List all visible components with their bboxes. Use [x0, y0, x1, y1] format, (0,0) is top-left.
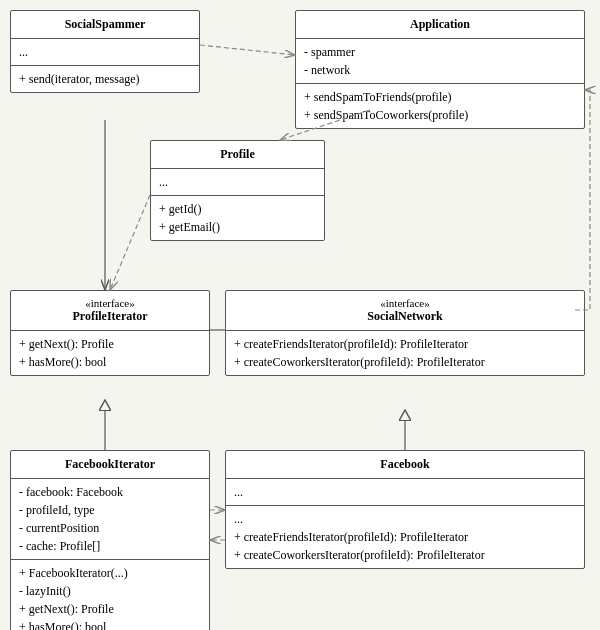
social-network-header: «interface» SocialNetwork	[226, 291, 584, 331]
facebook-name: Facebook	[380, 457, 429, 471]
application-method-2: + sendSpamToCoworkers(profile)	[304, 106, 576, 124]
facebook-iterator-methods: + FacebookIterator(...) - lazyInit() + g…	[11, 560, 209, 630]
profile-method-1: + getId()	[159, 200, 316, 218]
profile-header: Profile	[151, 141, 324, 169]
profile-iterator-methods: + getNext(): Profile + hasMore(): bool	[11, 331, 209, 375]
social-network-methods: + createFriendsIterator(profileId): Prof…	[226, 331, 584, 375]
application-fields: - spammer - network	[296, 39, 584, 84]
social-network-method-2: + createCoworkersIterator(profileId): Pr…	[234, 353, 576, 371]
facebook-iterator-method-2: - lazyInit()	[19, 582, 201, 600]
social-spammer-field-1: ...	[19, 43, 191, 61]
social-spammer-header: SocialSpammer	[11, 11, 199, 39]
facebook-class: Facebook ... ... + createFriendsIterator…	[225, 450, 585, 569]
facebook-method-1: + createFriendsIterator(profileId): Prof…	[234, 528, 576, 546]
profile-fields: ...	[151, 169, 324, 196]
facebook-method-0: ...	[234, 510, 576, 528]
profile-methods: + getId() + getEmail()	[151, 196, 324, 240]
facebook-iterator-name: FacebookIterator	[65, 457, 155, 471]
profile-iterator-stereotype: «interface»	[19, 297, 201, 309]
profile-iterator-header: «interface» ProfileIterator	[11, 291, 209, 331]
facebook-header: Facebook	[226, 451, 584, 479]
facebook-iterator-method-4: + hasMore(): bool	[19, 618, 201, 630]
social-spammer-name: SocialSpammer	[65, 17, 146, 31]
uml-diagram: SocialSpammer ... + send(iterator, messa…	[0, 0, 600, 630]
application-method-1: + sendSpamToFriends(profile)	[304, 88, 576, 106]
facebook-methods: ... + createFriendsIterator(profileId): …	[226, 506, 584, 568]
arrow-spammer-app	[200, 45, 295, 55]
facebook-iterator-field-4: - cache: Profile[]	[19, 537, 201, 555]
profile-iterator-name: ProfileIterator	[72, 309, 147, 323]
facebook-iterator-field-3: - currentPosition	[19, 519, 201, 537]
social-spammer-fields: ...	[11, 39, 199, 66]
social-spammer-method-1: + send(iterator, message)	[19, 70, 191, 88]
social-network-class: «interface» SocialNetwork + createFriend…	[225, 290, 585, 376]
application-field-2: - network	[304, 61, 576, 79]
social-spammer-methods: + send(iterator, message)	[11, 66, 199, 92]
social-network-stereotype: «interface»	[234, 297, 576, 309]
profile-class: Profile ... + getId() + getEmail()	[150, 140, 325, 241]
social-network-name: SocialNetwork	[367, 309, 442, 323]
application-header: Application	[296, 11, 584, 39]
social-network-method-1: + createFriendsIterator(profileId): Prof…	[234, 335, 576, 353]
facebook-iterator-header: FacebookIterator	[11, 451, 209, 479]
social-spammer-class: SocialSpammer ... + send(iterator, messa…	[10, 10, 200, 93]
application-field-1: - spammer	[304, 43, 576, 61]
profile-method-2: + getEmail()	[159, 218, 316, 236]
profile-iterator-method-2: + hasMore(): bool	[19, 353, 201, 371]
facebook-fields: ...	[226, 479, 584, 506]
application-class: Application - spammer - network + sendSp…	[295, 10, 585, 129]
application-methods: + sendSpamToFriends(profile) + sendSpamT…	[296, 84, 584, 128]
profile-iterator-method-1: + getNext(): Profile	[19, 335, 201, 353]
profile-name: Profile	[220, 147, 254, 161]
profile-field-1: ...	[159, 173, 316, 191]
facebook-method-2: + createCoworkersIterator(profileId): Pr…	[234, 546, 576, 564]
facebook-iterator-method-3: + getNext(): Profile	[19, 600, 201, 618]
facebook-iterator-field-1: - facebook: Facebook	[19, 483, 201, 501]
facebook-iterator-class: FacebookIterator - facebook: Facebook - …	[10, 450, 210, 630]
facebook-field-1: ...	[234, 483, 576, 501]
application-name: Application	[410, 17, 470, 31]
facebook-iterator-field-2: - profileId, type	[19, 501, 201, 519]
facebook-iterator-method-1: + FacebookIterator(...)	[19, 564, 201, 582]
facebook-iterator-fields: - facebook: Facebook - profileId, type -…	[11, 479, 209, 560]
arrow-profile-iterator	[110, 195, 150, 290]
profile-iterator-class: «interface» ProfileIterator + getNext():…	[10, 290, 210, 376]
